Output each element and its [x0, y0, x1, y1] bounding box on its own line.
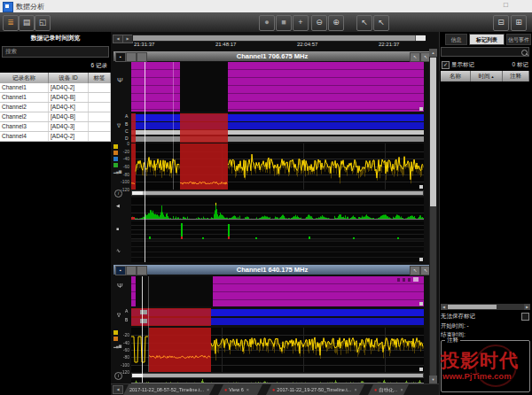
panel-expand-button[interactable] [137, 266, 147, 275]
marker-count-label: 0 标记 [495, 61, 528, 69]
time-cursor[interactable] [142, 276, 143, 383]
time-cursor-secondary[interactable] [173, 62, 174, 190]
ch2-y-axis-label: -80 [112, 354, 129, 360]
ch1-activity-track[interactable] [131, 62, 424, 112]
markers-search-input[interactable] [441, 47, 529, 57]
ch1-audio-icon: ◀ [116, 203, 120, 208]
ch2-marker-icon: ∇ [117, 312, 121, 318]
resize-corner [419, 185, 423, 189]
ch1-h-scrollbar-thumb[interactable] [132, 191, 143, 195]
timeline-tick-label: 22:04:57 [297, 42, 317, 47]
ch2-strip-label: B [125, 317, 128, 322]
markers-panel-tab[interactable]: 信息 [445, 34, 467, 45]
channel-panel-header: Channel1 706.675 MHz▪↖↖ [113, 50, 432, 62]
panel-cursor-button[interactable]: ↖ [410, 52, 420, 62]
markers-panel-tab[interactable]: 标记列表 [469, 34, 505, 45]
file-tab[interactable]: 2017-11-22_08-57-52_Timeline.t...× [123, 384, 215, 395]
vscroll-up-button[interactable]: ▲ [429, 49, 437, 57]
ch2-activity-track[interactable] [131, 276, 424, 306]
recording-dot-icon: ● [374, 387, 377, 392]
timeline-tick-label: 21:48:17 [215, 42, 236, 47]
close-icon[interactable]: × [207, 387, 209, 392]
ch2-spectrum-plot[interactable] [131, 328, 424, 372]
time-cursor[interactable] [145, 62, 145, 262]
panel-view-button[interactable]: ▪ [115, 266, 126, 275]
ch1-strip-label: B [125, 121, 128, 127]
file-tab[interactable]: ●自动化...× [368, 384, 409, 395]
panel-minimize-button[interactable] [126, 52, 137, 62]
ch2-activity-mark-light [413, 277, 419, 282]
file-tab[interactable]: ●View 6× [218, 384, 262, 395]
ch1-y-axis-label: -100 [112, 179, 129, 184]
close-icon[interactable]: × [354, 387, 356, 392]
trace-legend-swatch[interactable] [113, 151, 118, 155]
file-tab[interactable]: ●2017-11-22_19-27-50_Timeline.t...× [266, 384, 364, 395]
markers-h-scroll-left[interactable]: ◀ [441, 304, 447, 310]
ch1-strip-a[interactable] [131, 114, 424, 121]
ch2-info-icon[interactable]: i [114, 372, 122, 380]
ch1-wave-icon: ∿ [116, 247, 121, 253]
close-icon[interactable]: × [400, 387, 403, 392]
show-markers-checkbox[interactable]: ✓ [442, 61, 450, 69]
ch1-h-scrollbar[interactable] [131, 190, 424, 196]
trace-legend-swatch[interactable] [113, 330, 118, 335]
timeline-scrollbar-thumb2[interactable] [416, 35, 426, 41]
markers-panel-tab[interactable]: 信号事件 [506, 34, 531, 45]
trace-legend-swatch[interactable] [113, 157, 118, 161]
ch2-activity-segment [213, 276, 424, 306]
markers-column-header[interactable]: 时间 ▲ [471, 71, 503, 81]
ch2-activity-mark [397, 278, 400, 282]
show-markers-label: 显示标记 [451, 61, 474, 69]
resize-corner [419, 368, 423, 371]
close-icon[interactable]: × [246, 387, 249, 392]
panel-minimize-button[interactable] [126, 266, 137, 275]
sort-icon: ▲ [489, 74, 494, 79]
tab-scroll-left-button[interactable]: ◀ [113, 385, 123, 394]
comment-group-label: 注释 [445, 337, 460, 345]
application-window: 数据分析 □ ≣▤◱●■+⊖⊕↖↖⊟⊞ 数据记录时间浏览 搜索 6 记录 记录名… [0, 0, 532, 395]
channel-panel-title: Channel1 640.175 MHz [113, 265, 431, 275]
ch1-dropout-strip-left [131, 113, 136, 143]
ch1-strip-label: C [125, 128, 129, 134]
channel-panel-header: Channel1 640.175 MHz▪↖↖ [113, 264, 432, 275]
ch1-events-plot[interactable] [131, 221, 424, 239]
panel-expand-button[interactable] [137, 52, 147, 62]
file-tab-label: 自动化... [379, 387, 397, 392]
ch2-activity-segment [131, 276, 136, 306]
vertical-scrollbar-thumb[interactable] [430, 58, 436, 206]
ch1-strip-d[interactable] [131, 136, 424, 142]
ch1-spectrum-plot[interactable] [131, 143, 424, 190]
ch1-info-icon[interactable]: i [114, 190, 122, 198]
markers-column-header[interactable]: 名称 [441, 71, 471, 81]
markers-h-scrollbar-thumb[interactable] [448, 305, 497, 309]
ch1-strip-c[interactable] [131, 130, 424, 135]
ch1-strip-label: A [125, 113, 128, 119]
trace-legend-swatch[interactable] [113, 337, 118, 341]
cannot-save-checkbox[interactable] [521, 313, 529, 321]
timeline-scrollbar-thumb[interactable] [133, 35, 415, 41]
panel-cursor-button[interactable]: ↖ [410, 266, 420, 275]
recording-dot-icon: ● [224, 387, 227, 392]
trace-legend-swatch[interactable] [113, 163, 118, 167]
ch1-strip-b[interactable] [131, 122, 424, 129]
trace-legend-swatch[interactable] [113, 144, 118, 149]
generated-layer: ◀▶21:31:3721:48:1722:04:5722:21:37Channe… [0, 0, 532, 395]
vscroll-down-button[interactable]: ▼ [429, 376, 437, 383]
ch1-antenna-icon: Ψ [117, 76, 123, 84]
markers-h-scroll-right[interactable]: ▶ [524, 304, 530, 310]
ch1-extra-track[interactable] [131, 241, 424, 262]
signal-meter-icon: ▂▄▆ [113, 169, 121, 174]
ch1-events-icon: ■ [116, 226, 119, 231]
start-time-label: 开始时间: - [441, 322, 469, 330]
file-tab-label: View 6 [229, 387, 243, 392]
timeline-tick-label: 22:21:37 [379, 42, 399, 47]
ch1-power-plot[interactable] [131, 198, 424, 220]
ch1-activity-segment [228, 62, 424, 112]
panel-view-button[interactable]: ▪ [115, 52, 126, 62]
time-cursor-secondary[interactable] [148, 276, 149, 372]
ch2-strip-label: A [125, 308, 128, 314]
ch2-y-axis-label: -100 [112, 362, 129, 368]
ch1-marker-icon: ∇ [117, 122, 121, 128]
resize-corner [419, 258, 423, 261]
markers-column-header[interactable]: 注释 [503, 71, 529, 81]
